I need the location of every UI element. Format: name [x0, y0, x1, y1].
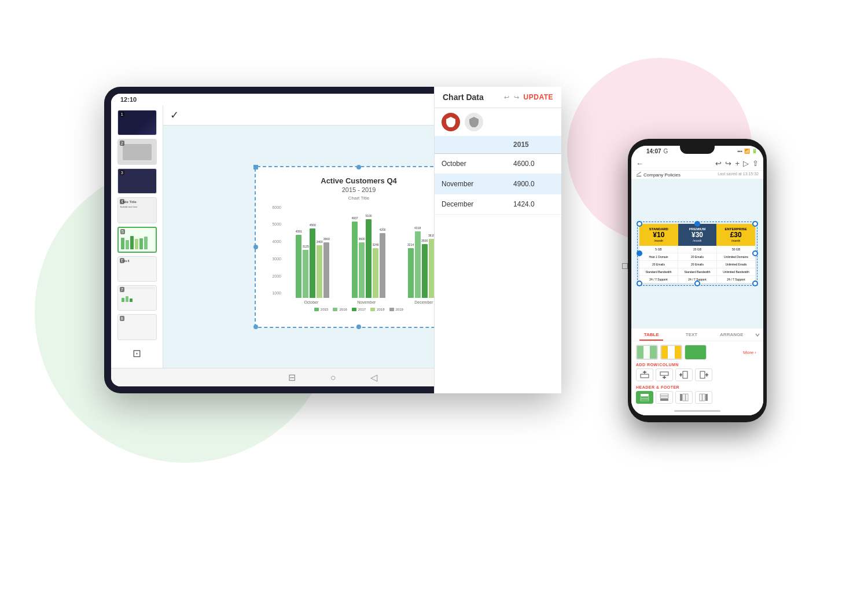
- tab-text[interactable]: TEXT: [671, 329, 711, 341]
- col-year: 2015: [506, 136, 554, 154]
- redo-button[interactable]: ↪: [725, 159, 731, 168]
- slide-thumbnail-8[interactable]: 8: [117, 314, 157, 340]
- home-indicator: [674, 410, 720, 412]
- file-name: Company Policies: [643, 172, 681, 178]
- svg-rect-23: [700, 394, 702, 401]
- slide-thumbnail-7[interactable]: 7: [117, 285, 157, 311]
- check-icon[interactable]: ✓: [170, 109, 179, 121]
- g-network-icon: G: [664, 148, 668, 154]
- shield-icon-2: [465, 113, 483, 131]
- data-panel: Chart Data ↩ ↪ UPDATE: [434, 105, 554, 368]
- phone-status-right: ▪▪▪ 📶 🔋: [737, 149, 757, 154]
- legend-2017: 2017: [352, 308, 366, 311]
- slide-thumbnail-3[interactable]: 3: [117, 168, 157, 194]
- chart-legend: 2015 2016 2017: [265, 308, 453, 311]
- svg-rect-19: [660, 399, 668, 401]
- phone-bottom-panel: TABLE TEXT ARRANGE: [631, 328, 763, 415]
- nav-home-button[interactable]: ○: [330, 373, 336, 383]
- pricing-col-standard: STANDARD ¥10 /month: [639, 224, 678, 246]
- more-styles-link[interactable]: More ›: [743, 350, 759, 355]
- undo-button[interactable]: ↩: [715, 159, 722, 168]
- phone-wifi-icon: 📶: [744, 149, 750, 154]
- add-col-right-button[interactable]: [695, 368, 712, 381]
- phone-tabs: TABLE TEXT ARRANGE: [631, 329, 763, 341]
- val-october: 4600.0: [506, 154, 554, 174]
- header-row-button[interactable]: [636, 391, 653, 404]
- table-row: December 1424.0: [435, 194, 554, 215]
- svg-rect-5: [660, 372, 668, 375]
- pricing-data-row-4: Standard Bandwidth Standard Bandwidth Un…: [639, 268, 755, 276]
- chart-bars: 4091 3125 4500 3400: [285, 205, 453, 298]
- slide-thumbnail-4[interactable]: 4 Slide Title Subtitle text here: [117, 197, 157, 223]
- collapse-panel-button[interactable]: [752, 329, 763, 341]
- y-axis: 6000 5000 4000 3000 2000 1000: [265, 205, 281, 298]
- month-december: December: [435, 194, 506, 215]
- shield-icons-row: [435, 108, 554, 136]
- bar-nov-2016: 3600: [359, 242, 365, 298]
- play-button[interactable]: ▷: [743, 159, 749, 168]
- tab-table[interactable]: TABLE: [631, 329, 671, 341]
- slide-thumbnail-2[interactable]: 2: [117, 139, 157, 164]
- pricing-table[interactable]: STANDARD ¥10 /month PREMIUM ¥30 /month E…: [639, 224, 755, 283]
- svg-rect-8: [683, 371, 687, 378]
- header-col-button[interactable]: [675, 391, 693, 404]
- bar-nov-2017: 5100: [366, 219, 372, 298]
- svg-rect-2: [641, 374, 649, 378]
- style-thumb-3[interactable]: [685, 345, 707, 360]
- bar-group-october: 4091 3125 4500 3400: [296, 228, 329, 298]
- bar-dec-2017: 3500: [422, 244, 428, 298]
- bar-nov-2018: 3246: [373, 248, 378, 298]
- slide-thumbnail-5[interactable]: 5: [117, 227, 157, 253]
- pricing-data-row-3: 20 Emails 20 Emails Unlimited Emails: [639, 261, 755, 268]
- add-row-above-button[interactable]: [636, 368, 653, 381]
- bar-oct-2018: 3400: [317, 245, 322, 298]
- svg-rect-24: [703, 394, 705, 401]
- phone-breadcrumb: Company Policies Last saved at 13:15:32: [631, 171, 763, 179]
- legend-2016: 2016: [333, 308, 347, 311]
- svg-rect-15: [641, 397, 649, 399]
- shield-icon-1: [442, 113, 460, 131]
- table-row: November 4900.0: [435, 174, 554, 194]
- thumb-num-3: 3: [120, 170, 124, 175]
- thumb-num-8: 8: [120, 316, 124, 321]
- svg-rect-25: [705, 394, 708, 401]
- thumb-num-6: 6: [120, 258, 124, 263]
- add-row-below-button[interactable]: [656, 368, 673, 381]
- footer-row-button[interactable]: [656, 391, 673, 404]
- float-square: [622, 263, 628, 269]
- legend-2018: 2018: [370, 308, 384, 311]
- share-button[interactable]: ⇧: [752, 159, 759, 168]
- chart-slide[interactable]: Active Customers Q4 2015 - 2019 Chart Ti…: [255, 166, 463, 328]
- slide-thumbnail-6[interactable]: 6 Slide 6: [117, 256, 157, 282]
- style-thumb-2[interactable]: [660, 345, 682, 360]
- style-thumb-1[interactable]: [636, 345, 658, 360]
- phone-screen: 14:07 G ▪▪▪ 📶 🔋 ← ↩ ↪ + ▷ ⇧ Company Poli…: [631, 146, 763, 415]
- bar-oct-2016: 3125: [303, 250, 308, 298]
- legend-2015: 2015: [314, 308, 328, 311]
- nav-menu-button[interactable]: ⊟: [288, 372, 296, 383]
- footer-col-button[interactable]: [695, 391, 712, 404]
- style-thumbnails-row: More ›: [631, 341, 763, 361]
- phone-time: 14:07: [637, 148, 661, 154]
- chevron-right-icon: ›: [755, 350, 756, 355]
- col-month: [435, 136, 506, 154]
- back-button[interactable]: ←: [636, 159, 643, 168]
- phone-signal-icon: ▪▪▪: [737, 149, 742, 154]
- nav-back-button[interactable]: ◁: [370, 372, 377, 383]
- thumb-num-7: 7: [120, 287, 124, 292]
- pencil-icon: [636, 172, 642, 178]
- slide-thumbnail-1[interactable]: 1: [117, 110, 157, 135]
- bar-dec-2016: 4318: [415, 231, 421, 298]
- phone-device: 14:07 G ▪▪▪ 📶 🔋 ← ↩ ↪ + ▷ ⇧ Company Poli…: [628, 139, 767, 422]
- svg-rect-14: [641, 394, 649, 396]
- svg-rect-11: [700, 371, 705, 378]
- tablet-sidebar[interactable]: 1 2 3 4 Slide Title: [111, 105, 163, 368]
- pricing-data-row-5: 24 / 7 Support 24 / 7 Support 24 / 7 Sup…: [639, 276, 755, 283]
- tablet-device: 12:10 📶 31% 1 2: [104, 87, 561, 393]
- presentation-icon[interactable]: ⊡: [133, 344, 141, 363]
- tab-arrange[interactable]: ARRANGE: [712, 329, 752, 341]
- add-col-left-button[interactable]: [675, 368, 693, 381]
- svg-rect-16: [641, 399, 649, 401]
- add-button[interactable]: +: [735, 159, 740, 168]
- bar-group-november: 4937 3600 5100 3246: [352, 219, 385, 298]
